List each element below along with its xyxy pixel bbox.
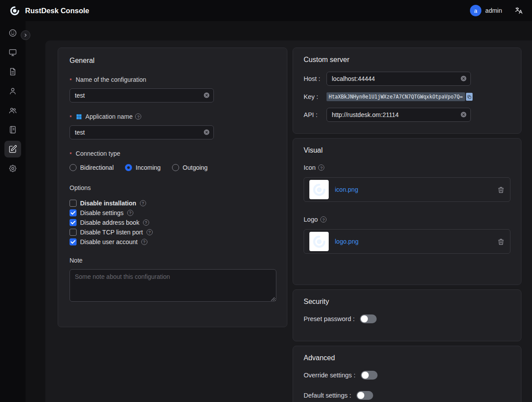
icon-label: Icon [304, 164, 510, 171]
checkbox-disable-address-book[interactable]: Disable address book [70, 219, 275, 226]
checkbox-disable-settings[interactable]: Disable settings [70, 209, 275, 216]
help-icon[interactable] [140, 200, 146, 206]
visual-card: Visual Icon icon.png Logo logo.png [293, 138, 521, 285]
trash-icon[interactable] [497, 186, 505, 194]
general-card: General Name of the configuration Applic… [58, 48, 287, 327]
clear-icon[interactable] [203, 92, 210, 99]
options-checkbox-group: Disable installation Disable settings Di… [70, 199, 275, 245]
brand: RustDesk Console [9, 5, 89, 17]
topbar-right: a admin [470, 5, 523, 16]
help-icon[interactable] [147, 229, 153, 235]
note-textarea[interactable] [70, 269, 276, 302]
windows-icon [76, 113, 82, 120]
visual-title: Visual [304, 146, 510, 154]
checkbox-box [70, 209, 77, 216]
sidebar-item-devices[interactable] [4, 44, 21, 61]
checkbox-disable-installation[interactable]: Disable installation [70, 199, 275, 207]
checkbox-label: Disable installation [80, 200, 136, 207]
radio-outgoing[interactable]: Outgoing [172, 164, 208, 171]
user-menu[interactable]: a admin [470, 5, 502, 16]
host-input[interactable] [327, 72, 471, 86]
note-label-text: Note [70, 257, 83, 264]
api-input[interactable] [327, 108, 471, 122]
help-icon[interactable] [135, 113, 141, 120]
sidebar-item-users[interactable] [4, 83, 21, 99]
logo-label: Logo [304, 216, 510, 223]
radio-circle [70, 164, 77, 171]
custom-server-card: Custom server Host : Key : HtaXBkJNHyn0e… [293, 48, 521, 134]
preset-password-row: Preset password : [304, 314, 510, 323]
host-row: Host : [304, 72, 510, 86]
copy-icon[interactable] [466, 93, 473, 101]
radio-bidirectional[interactable]: Bidirectional [70, 164, 114, 171]
default-settings-toggle[interactable] [356, 391, 373, 400]
checkbox-box [70, 229, 77, 236]
help-icon[interactable] [318, 164, 324, 171]
clear-icon[interactable] [203, 129, 210, 135]
security-title: Security [304, 298, 510, 306]
monitor-icon [8, 48, 17, 57]
server-key: HtaXBkJNHyn0e1U1jWXze7A7CN7QTGWqxkOtpaVp… [327, 92, 473, 101]
user-icon [8, 87, 17, 95]
note-label: Note [70, 257, 275, 264]
rustdesk-logo-icon [311, 182, 327, 198]
clear-icon[interactable] [460, 75, 467, 82]
sidebar-expand-button[interactable] [21, 30, 30, 40]
override-settings-toggle[interactable] [361, 371, 378, 380]
trash-icon[interactable] [497, 238, 505, 245]
icon-thumbnail [309, 180, 329, 199]
key-row: Key : HtaXBkJNHyn0e1U1jWXze7A7CN7QTGWqxk… [304, 92, 510, 101]
sidebar-item-groups[interactable] [4, 102, 21, 119]
connection-type-label-text: Connection type [76, 150, 120, 157]
address-book-icon [8, 125, 17, 134]
preset-password-toggle[interactable] [360, 314, 377, 323]
chevron-right-icon [23, 33, 28, 38]
radio-incoming[interactable]: Incoming [125, 164, 161, 171]
host-label: Host : [304, 75, 327, 82]
user-avatar[interactable]: a [470, 5, 481, 16]
sidebar-item-address-books[interactable] [4, 121, 21, 138]
api-input-wrap [327, 108, 471, 122]
help-icon[interactable] [320, 216, 327, 223]
sidebar-item-dashboard[interactable] [4, 25, 21, 41]
icon-file-link[interactable]: icon.png [335, 186, 491, 193]
checkbox-disable-tcp-listen-port[interactable]: Disable TCP listen port [70, 228, 275, 236]
config-name-input[interactable] [70, 88, 214, 102]
checkbox-label: Disable TCP listen port [80, 229, 143, 236]
checkbox-disable-user-account[interactable]: Disable user account [70, 238, 275, 245]
security-card: Security Preset password : [293, 289, 521, 341]
content-panel: General Name of the configuration Applic… [45, 40, 532, 402]
clear-icon[interactable] [460, 111, 467, 118]
sidebar-item-custom-clients[interactable] [4, 141, 21, 157]
override-settings-row: Override settings : [304, 371, 510, 380]
help-icon[interactable] [141, 239, 147, 245]
rustdesk-logo-icon [9, 5, 21, 17]
connection-type-radio-group: Bidirectional Incoming Outgoing [70, 164, 275, 171]
default-settings-label: Default settings : [304, 392, 351, 399]
custom-server-title: Custom server [304, 56, 510, 64]
topbar: RustDesk Console a admin [0, 0, 532, 21]
key-value: HtaXBkJNHyn0e1U1jWXze7A7CN7QTGWqxkOtpaVp… [327, 92, 465, 101]
radio-circle [125, 164, 132, 171]
translate-icon[interactable] [514, 6, 523, 15]
sidebar-item-audit[interactable] [4, 63, 21, 80]
preset-password-label: Preset password : [304, 315, 355, 322]
help-icon[interactable] [127, 210, 133, 216]
help-icon[interactable] [143, 219, 149, 226]
advanced-card: Advanced Override settings : Default set… [293, 346, 521, 402]
logo-file-link[interactable]: logo.png [335, 238, 491, 245]
toggle-knob [361, 315, 368, 322]
application-name-label-text: Application name [85, 113, 132, 120]
checkbox-label: Disable address book [80, 219, 139, 226]
checkbox-box [70, 200, 77, 207]
application-name-input-wrap [70, 125, 214, 139]
sidebar-item-settings[interactable] [4, 160, 21, 177]
application-name-input[interactable] [70, 125, 214, 139]
advanced-title: Advanced [304, 354, 510, 362]
general-title: General [70, 57, 275, 65]
logo-thumbnail [309, 232, 329, 251]
rustdesk-logo-icon [311, 234, 327, 250]
key-label: Key : [304, 93, 327, 100]
options-label-text: Options [70, 184, 91, 191]
radio-label: Bidirectional [80, 164, 114, 171]
